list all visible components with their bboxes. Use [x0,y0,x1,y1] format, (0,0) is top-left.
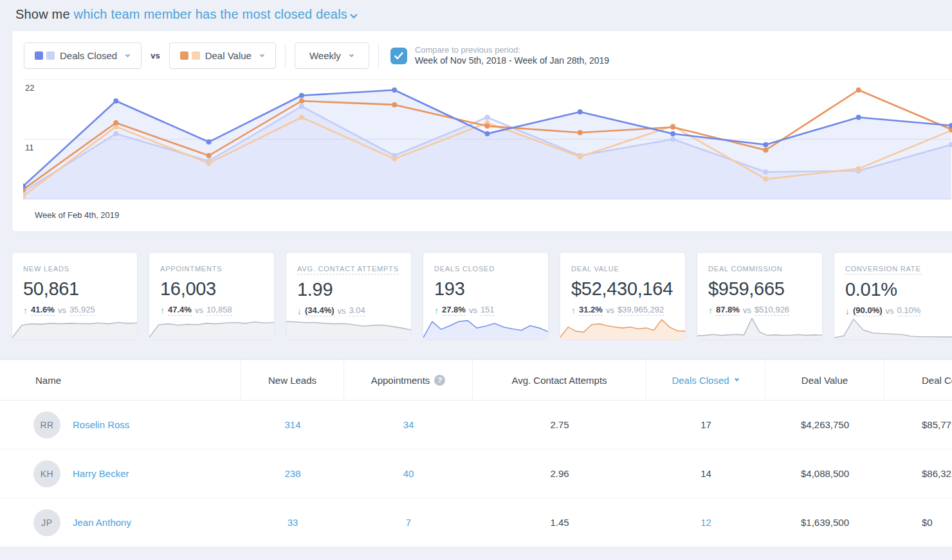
cell-new-leads[interactable]: 33 [241,517,344,528]
cell-appointments[interactable]: 34 [344,419,473,430]
sparkline [560,314,685,339]
column-header-new-leads[interactable]: New Leads [241,360,344,400]
table-row: RR Roselin Ross 314 34 2.75 17 $4,263,75… [0,401,952,449]
table-row: JP Jean Anthony 33 7 1.45 12 $1,639,500 … [0,498,952,547]
sort-chevron-icon [735,377,739,381]
cell-deal-commission: $0 [884,517,952,528]
kpi-label: APPOINTMENTS [160,265,222,273]
cell-deal-value: $4,263,750 [765,419,884,430]
avatar: KH [33,460,60,487]
cell-avg-contact-attempts: 2.75 [473,419,646,430]
kpi-card-row: NEW LEADS 50,861 ↑ 41.6% vs 35,925 APPOI… [0,252,952,340]
member-name-link[interactable]: Harry Becker [73,468,129,479]
kpi-value: 50,861 [23,278,137,300]
cell-deal-commission: $85,779 [884,419,952,430]
table-row: KH Harry Becker 238 40 2.96 14 $4,088,50… [0,449,952,498]
kpi-value: 16,003 [160,278,274,300]
divider [285,42,286,69]
vs-label: vs [151,51,160,60]
compare-label: Compare to previous period: [415,45,609,55]
member-name-cell: JP Jean Anthony [0,509,241,536]
kpi-label: NEW LEADS [23,265,69,273]
kpi-card-conversion-rate: CONVERSION RATE 0.01% ↓ (90.0%) vs 0.10% [834,252,952,340]
kpi-label: DEAL VALUE [571,265,619,273]
metric-a-current-swatch [35,51,43,60]
member-name-cell: RR Roselin Ross [0,411,241,438]
sparkline [12,314,137,339]
cell-deals-closed: 17 [646,419,765,430]
help-icon[interactable]: ? [434,375,445,386]
compare-checkbox[interactable] [390,48,407,64]
divider [378,42,379,69]
avatar: RR [33,411,60,438]
member-name-cell: KH Harry Becker [0,460,241,487]
page-title: Show me which team member has the most c… [0,0,952,22]
cell-new-leads[interactable]: 314 [241,419,344,430]
column-header-appointments[interactable]: Appointments ? [344,360,473,400]
y-axis-tick: 11 [25,143,34,152]
sparkline [149,314,274,339]
column-header-deal-value[interactable]: Deal Value [765,360,884,400]
y-axis-tick: 22 [25,83,34,93]
metric-b-dropdown[interactable]: Deal Value [169,42,276,69]
kpi-label: DEALS CLOSED [434,265,495,273]
member-name-link[interactable]: Jean Anthony [73,517,131,528]
chevron-down-icon [125,52,130,57]
column-header-deals-closed[interactable]: Deals Closed [646,360,765,400]
table-header-row: Name New Leads Appointments ? Avg. Conta… [0,360,952,401]
kpi-card-avg-contact-attempts: AVG. CONTACT ATTEMPTS 1.99 ↓ (34.4%) vs … [286,252,412,340]
cell-appointments[interactable]: 40 [344,468,473,479]
line-chart[interactable] [23,79,952,201]
metric-b-previous-swatch [192,51,200,60]
metric-b-label: Deal Value [205,50,252,61]
sparkline [697,314,822,339]
cell-deal-value: $4,088,500 [765,468,884,479]
kpi-value: $959,665 [708,278,822,300]
kpi-value: 1.99 [297,279,411,300]
sparkline [834,314,952,339]
chevron-down-icon [349,52,354,57]
chart-controls: Deals Closed vs Deal Value Weekly Compar… [12,31,952,75]
check-icon [394,52,403,60]
chart-plot-area[interactable]: 22 11 [12,79,952,201]
kpi-value: $52,430,164 [571,278,685,300]
cell-appointments[interactable]: 7 [344,517,473,528]
cell-new-leads[interactable]: 238 [241,468,344,479]
period-label: Weekly [309,50,341,61]
sparkline [423,314,548,339]
title-prefix: Show me [15,7,70,21]
kpi-card-new-leads: NEW LEADS 50,861 ↑ 41.6% vs 35,925 [12,252,138,340]
period-dropdown[interactable]: Weekly [295,42,369,69]
kpi-card-deal-commission: DEAL COMMISSION $959,665 ↑ 87.8% vs $510… [697,252,823,340]
metric-a-dropdown[interactable]: Deals Closed [24,42,142,69]
team-table: Name New Leads Appointments ? Avg. Conta… [0,359,952,547]
query-dropdown[interactable]: which team member has the most closed de… [74,7,347,21]
chevron-down-icon[interactable] [350,11,357,18]
sparkline [286,314,411,339]
metric-b-current-swatch [180,51,188,60]
kpi-label: AVG. CONTACT ATTEMPTS [297,265,399,275]
kpi-card-deals-closed: DEALS CLOSED 193 ↑ 27.8% vs 151 [423,252,549,340]
kpi-label: CONVERSION RATE [845,265,921,275]
compare-range: Week of Nov 5th, 2018 - Week of Jan 28th… [415,55,609,67]
kpi-value: 193 [434,278,548,300]
column-header-deal-commission[interactable]: Deal Commission [884,360,952,400]
column-header-avg-contact-attempts[interactable]: Avg. Contact Attempts [473,360,646,400]
compare-control: Compare to previous period: Week of Nov … [390,45,609,67]
cell-avg-contact-attempts: 1.45 [473,517,646,528]
avatar: JP [33,509,60,536]
kpi-card-deal-value: DEAL VALUE $52,430,164 ↑ 31.2% vs $39,96… [560,252,686,340]
comparison-chart-card: Deals Closed vs Deal Value Weekly Compar… [12,30,952,232]
cell-avg-contact-attempts: 2.96 [473,468,646,479]
kpi-value: 0.01% [845,279,952,300]
cell-deal-commission: $86,322 [884,468,952,479]
cell-deals-closed: 14 [646,468,765,479]
x-axis-label: Week of Feb 4th, 2019 [12,201,952,231]
chevron-down-icon [260,52,264,57]
column-header-name[interactable]: Name [0,360,241,400]
cell-deals-closed[interactable]: 12 [646,517,765,528]
kpi-card-appointments: APPOINTMENTS 16,003 ↑ 47.4% vs 10,858 [149,252,275,340]
member-name-link[interactable]: Roselin Ross [73,419,129,430]
kpi-label: DEAL COMMISSION [708,265,783,273]
metric-a-previous-swatch [46,51,55,60]
